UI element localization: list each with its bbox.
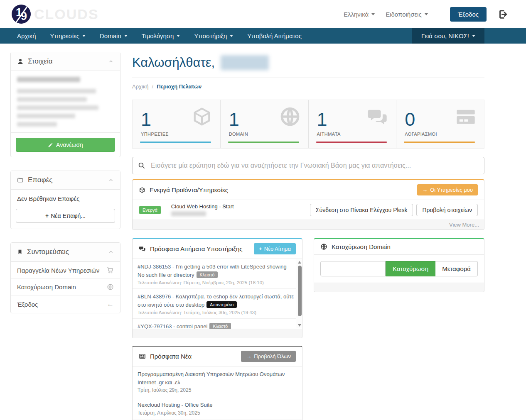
new-ticket-button[interactable]: Νέο Αίτημα — [254, 243, 296, 254]
scrollbar[interactable] — [297, 259, 302, 328]
redacted-product-domain — [171, 211, 206, 216]
chevron-up-icon[interactable] — [108, 59, 114, 64]
chevron-down-icon — [371, 13, 375, 15]
main-content: Καλωσήλθατε, Αρχική / Περιοχή Πελατών 1 … — [132, 52, 484, 420]
panel-client-details-header[interactable]: Στοιχεία — [11, 52, 120, 71]
sidebar: Στοιχεία — [10, 52, 120, 327]
chevron-up-icon[interactable] — [108, 177, 114, 183]
language-dropdown[interactable]: Ελληνικά — [344, 11, 375, 18]
redacted-welcome-name — [221, 55, 269, 70]
panel-register-domain: Κατοχύρωση Domain Κατοχύρωση Μεταφορά — [314, 238, 484, 292]
comments-icon — [139, 245, 146, 252]
chevron-down-icon — [124, 35, 128, 37]
news-item[interactable]: Nexcloud Hosting - Office Suite Τετάρτη,… — [133, 397, 302, 420]
panel-recent-news: Πρόσφατα Νέα Προβολή Όλων Προγραμματισμέ… — [132, 346, 302, 420]
panel-recent-tickets-title: Πρόσφατα Αιτήματα Υποστήριξης — [150, 245, 242, 252]
stat-tickets[interactable]: 1 ΑΙΤΗΜΑΤΑ — [309, 100, 397, 148]
ticket-row[interactable]: #NDJ-386153 - I'm getting a 503 error wi… — [133, 259, 296, 289]
divider — [439, 8, 439, 20]
nav-billing[interactable]: Τιμολόγηση — [135, 28, 187, 44]
redacted-client-name — [17, 77, 80, 82]
chevron-down-icon — [230, 35, 233, 37]
cube-icon — [139, 187, 145, 193]
panel-active-products-title: Ενεργά Προϊόντα/Υπηρεσίες — [150, 186, 228, 193]
scroll-down-icon[interactable] — [298, 324, 301, 327]
bookmark-icon — [17, 249, 23, 255]
transfer-domain-button[interactable]: Μεταφορά — [435, 261, 478, 276]
cart-icon — [106, 266, 114, 274]
scroll-up-icon[interactable] — [298, 261, 301, 264]
logo[interactable]: 1 9 CLOUDS — [12, 5, 99, 24]
my-services-button[interactable]: Οι Υπηρεσίες μου — [417, 184, 478, 195]
user-icon — [17, 58, 24, 65]
shortcut-register-domain[interactable]: Κατοχύρωση Domain — [11, 278, 120, 295]
stat-services[interactable]: 1 ΥΠΗΡΕΣΊΕΣ — [133, 100, 221, 148]
chevron-down-icon — [82, 35, 86, 37]
chevron-down-icon — [425, 13, 428, 15]
news-item[interactable]: Προγραμματισμένη Διακοπή Υπηρεσιών Μητρώ… — [133, 366, 302, 397]
panel-client-details: Στοιχεία — [10, 52, 120, 157]
view-more-link[interactable]: View More... — [133, 220, 484, 230]
nav-submit-ticket[interactable]: Υποβολή Αιτήματος — [240, 28, 309, 44]
chevron-down-icon — [472, 35, 475, 37]
shortcut-logout[interactable]: Έξοδος — [11, 295, 120, 313]
ticket-status-badge: Κλειστό — [209, 323, 231, 329]
stat-invoices[interactable]: 0 ΛΟΓΑΡΙΑΣΜΟΙ — [396, 100, 484, 148]
comments-icon — [367, 106, 388, 127]
pencil-icon — [48, 142, 53, 148]
chevron-down-icon — [177, 35, 180, 37]
ticket-row[interactable]: #YQX-797163 - control panelΚλειστό Τελευ… — [133, 319, 296, 329]
breadcrumb-current[interactable]: Περιοχή Πελατών — [157, 83, 202, 90]
view-details-button[interactable]: Προβολή στοιχείων — [416, 204, 478, 216]
top-header: 1 9 CLOUDS Ελληνικά Ειδοποιήσεις Έξοδος — [0, 0, 526, 28]
chevron-up-icon[interactable] — [108, 249, 114, 255]
scrollbar-thumb[interactable] — [298, 266, 302, 316]
arrow-left-icon — [107, 300, 114, 308]
globe-icon — [107, 283, 114, 291]
domain-search-input[interactable] — [320, 261, 386, 276]
user-menu[interactable]: Γειά σου, ΝΙΚΟΣ! — [412, 28, 484, 44]
plesk-login-button[interactable]: Σύνδεση στο Πίνακα Ελέγχου Plesk — [310, 204, 413, 216]
view-all-news-button[interactable]: Προβολή Όλων — [241, 351, 296, 362]
logo-19-icon: 1 9 — [12, 5, 31, 24]
new-contact-button[interactable]: Νέα Επαφή... — [16, 209, 115, 223]
ticket-status-badge: Απαντημένο — [206, 301, 237, 308]
product-row: Ενεργά Cloud Web Hosting - Start Σύνδεση… — [133, 200, 484, 220]
credit-card-icon — [455, 106, 477, 127]
main-navbar: Αρχική Υπηρεσίες Domain Τιμολόγηση Υποστ… — [0, 28, 526, 44]
breadcrumb-home[interactable]: Αρχική — [132, 83, 149, 90]
folder-icon — [17, 177, 24, 183]
shortcut-order-services[interactable]: Παραγγελία Νέων Υπηρεσιών — [11, 261, 120, 278]
sign-out-icon[interactable] — [497, 9, 509, 20]
stat-domains[interactable]: 1 DOMAIN — [221, 100, 309, 148]
panel-contacts-header[interactable]: Επαφές — [11, 171, 120, 190]
panel-register-domain-title: Κατοχύρωση Domain — [332, 243, 391, 250]
page-title: Καλωσήλθατε, — [132, 55, 215, 70]
status-badge: Ενεργά — [139, 206, 161, 214]
search-icon — [138, 162, 145, 169]
register-domain-button[interactable]: Κατοχύρωση — [386, 261, 435, 276]
panel-shortcuts: Συντομεύσεις Παραγγελία Νέων Υπηρεσιών Κ… — [10, 242, 120, 313]
nav-home[interactable]: Αρχική — [0, 28, 43, 44]
nav-services[interactable]: Υπηρεσίες — [43, 28, 93, 44]
panel-active-products: Ενεργά Προϊόντα/Υπηρεσίες Οι Υπηρεσίες μ… — [132, 179, 484, 230]
breadcrumb: Αρχική / Περιοχή Πελατών — [132, 83, 484, 90]
nav-support[interactable]: Υποστήριξη — [187, 28, 240, 44]
ticket-row[interactable]: #BLN-438976 - Καλησπέρα. το eshop δεν λε… — [133, 289, 296, 319]
globe-icon — [279, 106, 301, 127]
cube-icon — [191, 106, 213, 127]
kb-search-input[interactable] — [132, 157, 484, 174]
nav-domain[interactable]: Domain — [93, 28, 135, 44]
notifications-dropdown[interactable]: Ειδοποιήσεις — [386, 11, 428, 18]
stats-row: 1 ΥΠΗΡΕΣΊΕΣ 1 DOMAIN 1 ΑΙΤΗΜΑΤΑ — [132, 100, 484, 149]
panel-contacts: Επαφές Δεν Βρέθηκαν Επαφές Νέα Επαφή... — [10, 171, 120, 229]
logout-button[interactable]: Έξοδος — [450, 7, 487, 22]
product-name: Cloud Web Hosting - Start — [171, 203, 310, 210]
ticket-status-badge: Κλειστό — [197, 271, 218, 278]
contacts-empty-text: Δεν Βρέθηκαν Επαφές — [11, 190, 120, 208]
update-details-button[interactable]: Ανανέωση — [16, 138, 115, 152]
panel-recent-news-title: Πρόσφατα Νέα — [150, 353, 192, 360]
logo-text: CLOUDS — [34, 6, 99, 22]
panel-shortcuts-header[interactable]: Συντομεύσεις — [11, 243, 120, 261]
globe-icon — [320, 243, 327, 250]
